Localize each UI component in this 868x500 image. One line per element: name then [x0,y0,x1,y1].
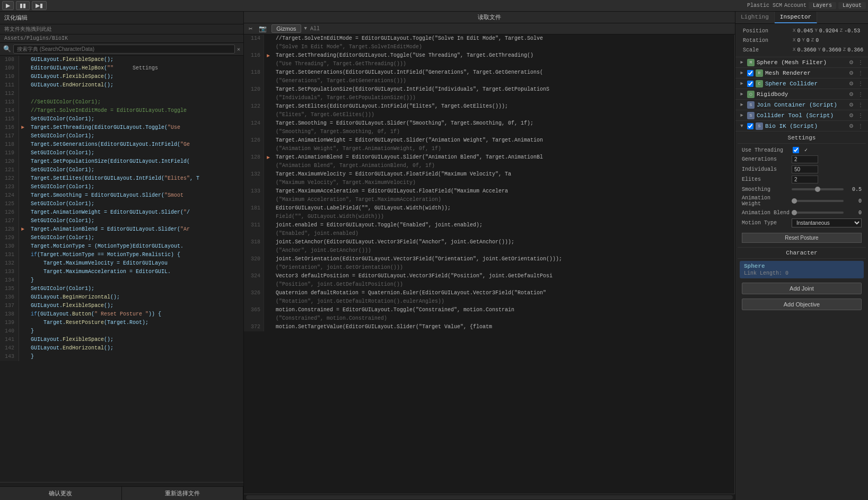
animation-weight-value: 0 [846,198,862,204]
code-line: 135SetGUIColor(Color1); [0,285,243,293]
component-settings-btn[interactable]: ⚙ [847,80,855,87]
component-bio-ik: ▼ S Bio IK (Script) ⚙ ⋮ [735,121,868,131]
play-button[interactable]: ▶ [2,1,14,10]
camera-icon[interactable]: 📷 [257,25,268,33]
component-more-btn[interactable]: ⋮ [856,59,865,66]
drop-hint: 将文件夹拖拽到此处 [0,24,243,34]
animation-weight-track[interactable] [792,200,844,202]
smoothing-track[interactable] [792,188,844,190]
smoothing-thumb[interactable] [815,187,820,192]
expand-icon[interactable]: ► [739,102,745,108]
reset-posture-button[interactable]: Reset Posture [742,233,862,243]
expand-icon[interactable]: ► [739,81,745,86]
diff-line: 118Target.SetGenerations(EditorGUILayout… [244,68,734,77]
motion-type-select[interactable]: Instantaneous Realistic [792,218,862,227]
code-line: 115SetGUIColor(Color1); [0,115,243,124]
expand-icon[interactable]: ► [739,92,745,97]
diff-line: ("Rotation", joint.GetDefaultRotation().… [244,297,734,306]
code-line: 120Target.SetPopulationSize(EditorGUILay… [0,157,243,166]
scm-label: Plastic SCM [747,3,782,8]
animation-weight-thumb[interactable] [792,198,797,204]
component-settings-btn[interactable]: ⚙ [847,91,855,98]
expand-icon[interactable]: ► [739,71,745,76]
component-sphere-collider: ► C Sphere Collider ⚙ ⋮ [735,78,868,89]
mid-toolbar: ✂ 📷 Gizmos ▼ All [244,23,735,34]
mesh-filter-name: Sphere (Mesh Filter) [757,59,845,66]
component-more-btn[interactable]: ⋮ [856,80,865,87]
expand-icon[interactable]: ► [739,113,745,118]
left-horizontal-scroll[interactable] [0,482,243,486]
generations-input[interactable] [792,155,818,163]
code-line: 142GUILayout.EndHorizontal(); [0,344,243,353]
tab-lighting[interactable]: Lighting [735,12,775,23]
expand-icon[interactable]: ▼ [739,124,745,129]
add-objective-button[interactable]: Add Objective [742,299,862,310]
diff-area[interactable]: 114//Target.SolveInEditMode = EditorGUIL… [244,34,735,494]
step-button[interactable]: ▶▮ [32,1,47,10]
diff-left[interactable]: 114//Target.SolveInEditMode = EditorGUIL… [244,34,735,494]
code-line: 134} [0,276,243,285]
mid-footer[interactable] [244,494,735,500]
code-line: 131if(Target.MotionType == MotionType.Re… [0,251,243,259]
bio-ik-toggle[interactable] [747,123,753,129]
tab-inspector[interactable]: Inspector [775,12,817,23]
component-settings-btn[interactable]: ⚙ [847,112,855,119]
diff-line: 124Target.Smoothing = EditorGUILayout.Sl… [244,119,734,128]
sphere-collider-icon: C [756,80,763,87]
mesh-renderer-toggle[interactable] [747,70,753,76]
inspector-scrollable[interactable]: Position X0.045 Y0.9204 Z-0.53 Rotation … [735,24,868,500]
component-actions: ⚙ ⋮ [847,59,865,66]
diff-line: 320joint.SetOrientation(EditorGUILayout.… [244,255,734,264]
component-settings-btn[interactable]: ⚙ [847,122,855,129]
reset-posture-container: Reset Posture [738,229,866,247]
motion-type-row: Motion Type Instantaneous Realistic [738,217,866,229]
mid-horizontal-scrollbar[interactable] [246,495,733,499]
component-settings-btn[interactable]: ⚙ [847,101,855,108]
diff-line: 372motion.SetTargetValue(EditorGUILayout… [244,323,734,331]
component-more-btn[interactable]: ⋮ [856,91,865,98]
use-threading-checkbox[interactable] [793,147,799,153]
code-area[interactable]: 108GUILayout.FlexibleSpace(); 109EditorG… [0,56,243,482]
pause-button[interactable]: ▮▮ [16,1,30,10]
component-mesh-filter: ► M Sphere (Mesh Filter) ⚙ ⋮ [735,57,868,68]
sphere-collider-toggle[interactable] [747,81,753,87]
gizmos-button[interactable]: Gizmos [271,24,301,33]
component-settings-btn[interactable]: ⚙ [847,59,855,66]
layers-dropdown[interactable]: Layers [809,2,836,9]
scissors-icon[interactable]: ✂ [247,25,254,33]
code-line: 129SetGUIColor(Color1); [0,234,243,242]
smoothing-value: 0.5 [846,187,862,192]
confirm-btn[interactable]: 确认更改 [0,487,122,500]
use-threading-check-icon: ✓ [804,147,808,153]
component-more-btn[interactable]: ⋮ [856,69,865,76]
diff-line: 324Vector3 defaultPosition = EditorGUILa… [244,272,734,280]
left-panel: 汉化编辑 将文件夹拖拽到此处 Assets/Plugins/BioIK 🔍 ✕ … [0,12,244,500]
animation-blend-thumb[interactable] [792,210,797,215]
collider-tool-name: Collider Tool (Script) [757,112,845,119]
code-line: 132 Target.MaximumVelocity = EditorGUILa… [0,259,243,268]
sphere-title: Sphere [744,263,860,269]
code-line: 109EditorGUILayout.HelpBox("" Settings [0,64,243,73]
scale-row: Scale X0.3660 Y0.3660 Z0.366 [739,45,865,55]
elites-input[interactable] [792,176,818,183]
component-settings-btn[interactable]: ⚙ [847,69,855,76]
individuals-input[interactable] [792,165,818,173]
gizmos-arrow-icon[interactable]: ▼ [304,26,307,31]
component-more-btn[interactable]: ⋮ [856,112,865,119]
component-actions: ⚙ ⋮ [847,69,865,76]
add-joint-button[interactable]: Add Joint [742,283,862,294]
component-actions: ⚙ ⋮ [847,80,865,87]
diff-line: 318joint.SetAnchor(EditorGUILayout.Vecto… [244,238,734,247]
reselect-btn[interactable]: 重新选择文件 [122,487,244,500]
join-container-name: Join Container (Script) [757,102,845,108]
component-more-btn[interactable]: ⋮ [856,101,865,108]
search-input[interactable] [13,45,235,54]
animation-blend-track[interactable] [792,212,844,214]
diff-line: 126Target.AnimationWeight = EditorGUILay… [244,136,734,145]
expand-icon[interactable]: ► [739,60,745,65]
component-more-btn[interactable]: ⋮ [856,122,865,129]
clear-search-icon[interactable]: ✕ [237,46,240,52]
diff-line: ("Animation Blend", Target.AnimationBlen… [244,162,734,170]
diff-line: 326Quaternion defaultRotation = Quaterni… [244,289,734,297]
layout-dropdown[interactable]: Layout [838,2,866,9]
